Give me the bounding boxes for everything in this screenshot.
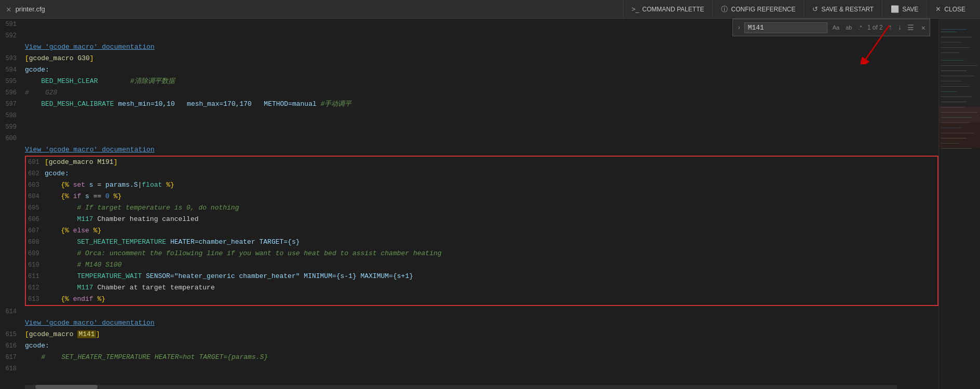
line-number: 602 [28,168,45,179]
code-line: 607 {% else %} [26,225,937,237]
save-restart-button[interactable]: ↺ SAVE & RESTART [804,0,882,19]
search-input[interactable] [744,22,827,33]
line-content: # SET_HEATER_TEMPERATURE HEATER=hot TARG… [25,352,938,363]
scrollbar-thumb[interactable] [35,385,98,389]
save-icon: ⬜ [891,5,899,13]
line-number: 599 [0,121,25,133]
line-number: 606 [28,214,45,225]
line-content: [gcode_macro G30] [25,53,938,64]
horizontal-scrollbar[interactable] [25,385,897,389]
match-case-button[interactable]: Aa [831,23,841,32]
command-palette-icon: >_ [632,5,639,13]
search-close-button[interactable]: ✕ [921,23,925,32]
config-reference-label: CONFIG REFERENCE [731,6,795,13]
panel-close-icon[interactable]: ✕ [6,4,11,15]
search-prompt-icon: › [737,24,741,32]
code-line: 598 [0,110,938,121]
top-actions: >_ COMMAND PALETTE ⓘ CONFIG REFERENCE ↺ … [623,0,974,19]
code-line: 601 [gcode_macro M191] [26,157,937,168]
line-number: 597 [0,99,25,110]
line-content: gcode: [25,340,938,352]
line-number: 613 [28,294,45,305]
line-number: 593 [0,53,25,64]
code-line: 618 [0,363,938,374]
code-line: 602 gcode: [26,168,937,179]
line-number: 591 [0,19,25,30]
file-title: printer.cfg [16,5,45,13]
minimap[interactable] [938,19,980,389]
search-box: › Aa ab .* 1 of 2 ↑ ↓ ☰ ✕ [732,19,930,36]
line-number: 608 [28,237,45,248]
search-options: Aa ab .* [831,23,864,32]
line-content: # Orca: uncomment the following line if … [45,248,937,259]
line-number: 598 [0,110,25,121]
close-button[interactable]: ✕ CLOSE [927,0,974,19]
line-number: 600 [0,133,25,144]
search-next-button[interactable]: ↓ [895,23,904,32]
line-content: {% else %} [45,225,937,237]
line-number: 609 [28,248,45,259]
code-line: 599 [0,121,938,133]
line-number: 607 [28,225,45,237]
match-whole-word-button[interactable]: ab [843,23,854,32]
code-line: 617 # SET_HEATER_TEMPERATURE HEATER=hot … [0,352,938,363]
code-line: 612 M117 Chamber at target temperature [26,282,937,294]
line-number: 618 [0,363,25,374]
line-content: # If target temperature is 0, do nothing [45,202,937,214]
gcode-macro-doc-link[interactable]: View 'gcode_macro' documentation [25,41,938,53]
code-line: 613 {% endif %} [26,294,937,305]
line-content: {% set s = params.S|float %} [45,179,937,191]
line-number: 615 [0,329,25,340]
line-number: 610 [28,259,45,271]
code-line: 610 # M140 S100 [26,259,937,271]
main-area: › Aa ab .* 1 of 2 ↑ ↓ ☰ ✕ [0,19,980,389]
line-content: [gcode_macro M191] [45,157,937,168]
line-number: 603 [28,179,45,191]
code-line: 596 # G28 [0,87,938,99]
line-number: 605 [28,202,45,214]
svg-rect-27 [939,19,980,122]
save-label: SAVE [902,6,918,13]
save-restart-label: SAVE & RESTART [821,6,874,13]
code-line: 609 # Orca: uncomment the following line… [26,248,937,259]
config-reference-button[interactable]: ⓘ CONFIG REFERENCE [712,0,804,19]
line-number: 592 [0,30,25,41]
gcode-macro-doc-link-2[interactable]: View 'gcode_macro' documentation [25,144,938,156]
code-line: 606 M117 Chamber heating cancelled [26,214,937,225]
code-line: 605 # If target temperature is 0, do not… [26,202,937,214]
line-content: BED_MESH_CALIBRATE mesh_min=10,10 mesh_m… [25,99,938,110]
top-bar: ✕ printer.cfg >_ COMMAND PALETTE ⓘ CONFI… [0,0,980,19]
documentation-link-line-3: View 'gcode_macro' documentation [0,317,938,329]
close-label: CLOSE [944,6,965,13]
code-line: 611 TEMPERATURE_WAIT SENSOR="heater_gene… [26,271,937,282]
line-content: {% if s == 0 %} [45,191,937,202]
gcode-macro-doc-link-3[interactable]: View 'gcode_macro' documentation [25,317,938,329]
svg-rect-25 [941,143,959,144]
code-line: 615 [gcode_macro M141] [0,329,938,340]
highlighted-block: 601 [gcode_macro M191] 602 gcode: 603 {%… [25,156,938,306]
line-number: 595 [0,76,25,87]
save-button[interactable]: ⬜ SAVE [882,0,927,19]
title-section: ✕ printer.cfg [6,4,623,15]
search-list-button[interactable]: ☰ [905,23,916,32]
config-reference-icon: ⓘ [721,5,728,14]
line-content: # M140 S100 [45,259,937,271]
line-number: 596 [0,87,25,99]
line-content: TEMPERATURE_WAIT SENSOR="heater_generic … [45,271,937,282]
close-icon: ✕ [935,5,941,13]
svg-rect-21 [941,122,969,123]
documentation-link-line-2: View 'gcode_macro' documentation [0,144,938,156]
code-line: 600 [0,133,938,144]
code-line: 616 gcode: [0,340,938,352]
code-line: 603 {% set s = params.S|float %} [26,179,937,191]
line-number: 594 [0,64,25,76]
command-palette-button[interactable]: >_ COMMAND PALETTE [623,0,713,19]
svg-rect-22 [941,128,962,128]
code-editor[interactable]: › Aa ab .* 1 of 2 ↑ ↓ ☰ ✕ [0,19,938,389]
line-content: BED_MESH_CLEAR #清除调平数据 [25,76,938,87]
code-line: 594 gcode: [0,64,938,76]
code-line: 595 BED_MESH_CLEAR #清除调平数据 [0,76,938,87]
code-line: 604 {% if s == 0 %} [26,191,937,202]
code-line: 608 SET_HEATER_TEMPERATURE HEATER=chambe… [26,237,937,248]
svg-rect-23 [941,133,974,133]
